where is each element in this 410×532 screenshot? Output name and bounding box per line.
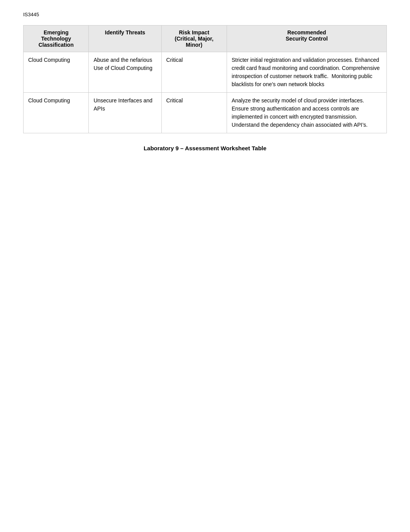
table-header-row: EmergingTechnologyClassification Identif… (24, 25, 387, 52)
assessment-table: EmergingTechnologyClassification Identif… (23, 25, 387, 133)
header-risk: Risk Impact(Critical, Major,Minor) (161, 25, 227, 52)
doc-id: IS3445 (23, 12, 387, 17)
header-threats: Identify Threats (89, 25, 161, 52)
table-row: Cloud ComputingUnsecure Interfaces and A… (24, 93, 387, 133)
cell-risk: Critical (161, 93, 227, 133)
cell-emerging: Cloud Computing (24, 93, 89, 133)
cell-emerging: Cloud Computing (24, 52, 89, 93)
cell-risk: Critical (161, 52, 227, 93)
table-row: Cloud ComputingAbuse and the nefarious U… (24, 52, 387, 93)
header-control: RecommendedSecurity Control (227, 25, 386, 52)
cell-threat: Unsecure Interfaces and APIs (89, 93, 161, 133)
header-emerging: EmergingTechnologyClassification (24, 25, 89, 52)
cell-control: Stricter initial registration and valida… (227, 52, 386, 93)
cell-control: Analyze the security model of cloud prov… (227, 93, 386, 133)
cell-threat: Abuse and the nefarious Use of Cloud Com… (89, 52, 161, 93)
table-caption: Laboratory 9 – Assessment Worksheet Tabl… (23, 145, 387, 151)
